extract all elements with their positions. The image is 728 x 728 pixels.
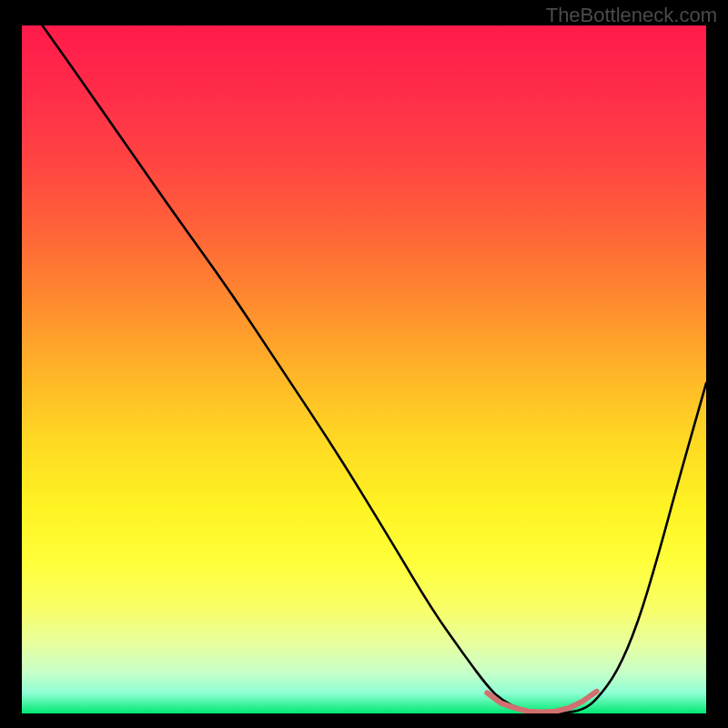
plot-area <box>22 25 706 713</box>
watermark-text: TheBottleneck.com <box>546 4 717 27</box>
chart-svg <box>22 25 706 713</box>
gradient-background <box>22 25 706 713</box>
chart-container: TheBottleneck.com <box>0 0 728 728</box>
